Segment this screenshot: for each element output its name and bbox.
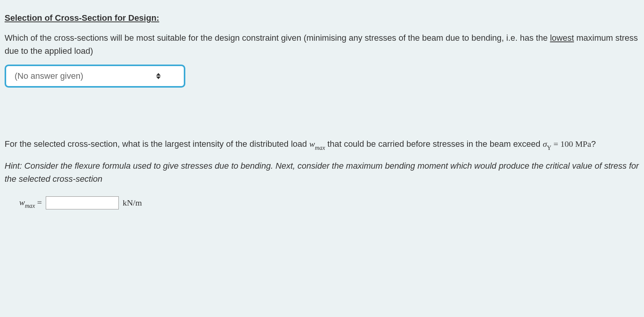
q2-part1: For the selected cross-section, what is … [5, 139, 309, 149]
select-arrows-icon [156, 73, 161, 79]
answer-unit: kN/m [123, 196, 142, 209]
q1-part1: Which of the cross-sections will be most… [5, 33, 550, 43]
answer-var: w [19, 198, 25, 207]
wmax-input[interactable] [46, 196, 119, 209]
q1-lowest: lowest [550, 33, 574, 43]
cross-section-select[interactable]: (No answer given) [5, 65, 185, 88]
select-placeholder: (No answer given) [15, 70, 83, 83]
q2-wmax-var: w [309, 139, 315, 149]
q2-eq: = 100 MPa [551, 139, 591, 149]
q2-part2: that could be carried before stresses in… [325, 139, 542, 149]
q2-sigma-sub: Y [547, 144, 551, 151]
section-heading: Selection of Cross-Section for Design: [5, 12, 639, 25]
q2-qmark: ? [591, 139, 596, 149]
answer-row: wmax = kN/m [19, 196, 639, 210]
answer-eq: = [35, 198, 42, 207]
question-2-text: For the selected cross-section, what is … [5, 138, 639, 152]
hint-text: Hint: Consider the flexure formula used … [5, 159, 639, 186]
answer-label: wmax = [19, 196, 42, 210]
answer-sub: max [25, 202, 35, 209]
q2-wmax-sub: max [315, 144, 325, 151]
question-1-text: Which of the cross-sections will be most… [5, 32, 639, 58]
q2-sigma: σ [543, 139, 547, 149]
